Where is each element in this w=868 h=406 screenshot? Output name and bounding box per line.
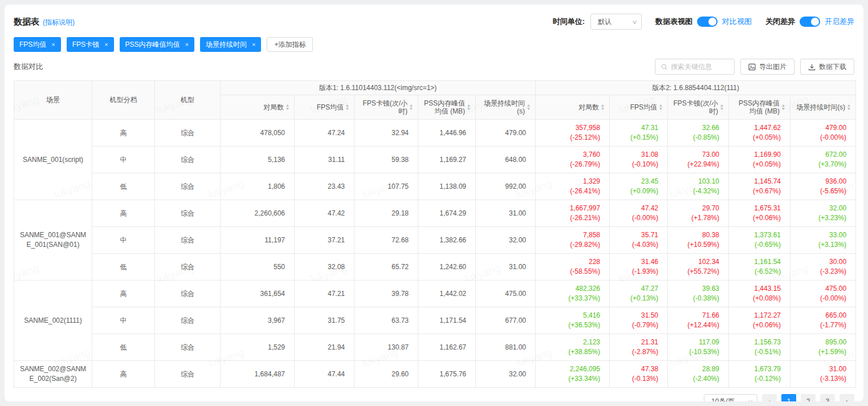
version1-value-cell: 1,446.96 <box>418 120 476 147</box>
version2-value-cell: 35.71(-4.03%) <box>610 227 668 254</box>
version2-value-cell: 1,673.79(-0.12%) <box>729 361 790 388</box>
version1-value-cell: 31.75 <box>295 307 354 334</box>
column-header-v2-metric-2[interactable]: FPS卡顿(次/小时)▲▼ <box>668 95 729 120</box>
sort-icon[interactable]: ▲▼ <box>467 104 471 111</box>
sort-icon[interactable]: ▲▼ <box>781 104 785 111</box>
version2-value: 47.31 <box>619 123 658 133</box>
export-image-button[interactable]: 导出图片 <box>740 59 794 75</box>
add-metric-button[interactable]: +添加指标 <box>267 37 313 52</box>
version2-value-cell: 117.09(-10.53%) <box>668 334 729 361</box>
sort-icon[interactable]: ▲▼ <box>659 104 663 111</box>
column-header-label: PSS内存峰值均值 (MB) <box>423 99 465 115</box>
version2-diff: (-10.53%) <box>677 347 719 357</box>
sort-icon[interactable]: ▲▼ <box>345 104 349 111</box>
download-icon <box>808 63 816 71</box>
sort-icon[interactable]: ▲▼ <box>601 104 605 111</box>
version2-value-cell: 47.42(-0.00%) <box>610 200 668 227</box>
version2-diff: (+55.72%) <box>677 267 719 277</box>
metric-tag[interactable]: PSS内存峰值均值× <box>120 37 194 52</box>
column-header-v2-metric-0[interactable]: 对局数▲▼ <box>536 95 610 120</box>
tier-cell: 高 <box>92 361 155 388</box>
data-download-button[interactable]: 数据下载 <box>800 59 854 75</box>
column-header-v1-metric-0[interactable]: 对局数▲▼ <box>221 95 295 120</box>
metric-tag[interactable]: FPS卡顿× <box>67 37 114 52</box>
version2-value: 475.00 <box>800 284 846 294</box>
metric-note-link[interactable]: (指标说明) <box>43 18 75 27</box>
sort-icon[interactable]: ▲▼ <box>286 104 290 111</box>
version2-value: 47.42 <box>619 204 658 213</box>
close-icon[interactable]: × <box>185 41 189 48</box>
next-page-button[interactable]: › <box>840 394 854 401</box>
version1-value-cell: 648.00 <box>476 147 536 173</box>
scene-cell: SANME_001(script) <box>14 120 92 200</box>
version2-diff: (-1.93%) <box>619 267 658 277</box>
version1-header: 版本1: 1.6.11014403.112(<img/src=1>) <box>221 81 536 95</box>
version2-value: 479.00 <box>800 123 846 133</box>
sort-icon[interactable]: ▲▼ <box>847 104 851 111</box>
metric-tag-label: FPS卡顿 <box>72 40 99 50</box>
version1-value-cell: 361,654 <box>221 281 295 307</box>
metric-tag[interactable]: FPS均值× <box>14 37 61 52</box>
version2-value-cell: 29.70(+1.78%) <box>668 200 729 227</box>
version1-value-cell: 31.11 <box>295 147 354 173</box>
table-view-toggle[interactable] <box>697 17 718 27</box>
prev-page-button[interactable]: ‹ <box>762 394 777 401</box>
page-button-2[interactable]: 2 <box>801 394 816 401</box>
column-header-v2-metric-4[interactable]: 场景持续时间(s)▲▼ <box>790 95 856 120</box>
version2-value: 32.00 <box>800 204 846 213</box>
page-size-select[interactable]: 10条/页 ∨ <box>704 394 757 401</box>
column-header-v1-metric-3[interactable]: PSS内存峰值均值 (MB)▲▼ <box>418 95 476 120</box>
version1-value-cell: 1,171.54 <box>418 307 476 334</box>
close-icon[interactable]: × <box>51 41 55 48</box>
page-size-value: 10条/页 <box>711 397 735 402</box>
column-header-v1-metric-1[interactable]: FPS均值▲▼ <box>295 95 354 120</box>
search-box[interactable] <box>655 59 735 75</box>
tier-cell: 低 <box>92 254 155 281</box>
version2-diff: (-26.79%) <box>545 160 600 169</box>
metric-tag[interactable]: 场景持续时间× <box>200 37 261 52</box>
close-icon[interactable]: × <box>104 41 108 48</box>
page-button-3[interactable]: 3 <box>820 394 835 401</box>
version1-value-cell: 1,382.66 <box>418 227 476 254</box>
version1-value-cell: 47.44 <box>295 361 354 388</box>
time-unit-value: 默认 <box>598 17 612 27</box>
version2-value-cell: 1,443.15(+0.08%) <box>729 281 790 307</box>
version2-value-cell: 80.38(+10.59%) <box>668 227 729 254</box>
version2-value: 672.00 <box>800 150 846 160</box>
column-header-v1-metric-4[interactable]: 场景持续时间(s)▲▼ <box>476 95 536 120</box>
version2-value: 47.27 <box>619 284 658 294</box>
column-header-v2-metric-3[interactable]: PSS内存峰值均值 (MB)▲▼ <box>729 95 790 120</box>
page-button-1[interactable]: 1 <box>781 394 796 401</box>
version2-value-cell: 1,373.61(-0.65%) <box>729 227 790 254</box>
version2-diff: (-0.38%) <box>677 294 719 303</box>
tier-cell: 高 <box>92 120 155 147</box>
time-unit-select[interactable]: 默认 ∨ <box>590 14 642 30</box>
version2-value: 47.38 <box>619 364 658 374</box>
version1-value-cell: 3,967 <box>221 307 295 334</box>
version2-value: 117.09 <box>677 338 719 347</box>
scene-cell: SANME_001@SANME_001(SAN@01) <box>14 200 92 281</box>
sort-icon[interactable]: ▲▼ <box>409 104 413 111</box>
version2-value-cell: 1,145.74(+0.67%) <box>729 173 790 200</box>
column-header-label: 对局数 <box>578 103 599 111</box>
version1-value-cell: 550 <box>221 254 295 281</box>
version2-diff: (+3.70%) <box>800 160 846 169</box>
column-header-v2-metric-1[interactable]: FPS均值▲▼ <box>610 95 668 120</box>
version2-diff: (+33.37%) <box>545 294 600 303</box>
version1-value-cell: 478,050 <box>221 120 295 147</box>
version2-diff: (-4.03%) <box>619 240 658 250</box>
diff-toggle[interactable] <box>800 17 820 27</box>
version1-value-cell: 29.60 <box>354 361 418 388</box>
version2-value-cell: 71.66(+12.44%) <box>668 307 729 334</box>
sort-icon[interactable]: ▲▼ <box>720 104 724 111</box>
version2-diff: (+0.06%) <box>738 213 781 223</box>
search-input[interactable] <box>671 63 728 71</box>
close-icon[interactable]: × <box>252 41 255 48</box>
version2-value-cell: 3,760(-26.79%) <box>536 147 610 173</box>
version2-diff: (+22.94%) <box>677 160 719 169</box>
version2-value: 39.63 <box>677 284 719 294</box>
column-header-v1-metric-2[interactable]: FPS卡顿(次/小时)▲▼ <box>354 95 418 120</box>
sort-icon[interactable]: ▲▼ <box>527 104 531 111</box>
version1-value-cell: 1,442.02 <box>418 281 476 307</box>
model-cell: 综合 <box>155 254 221 281</box>
